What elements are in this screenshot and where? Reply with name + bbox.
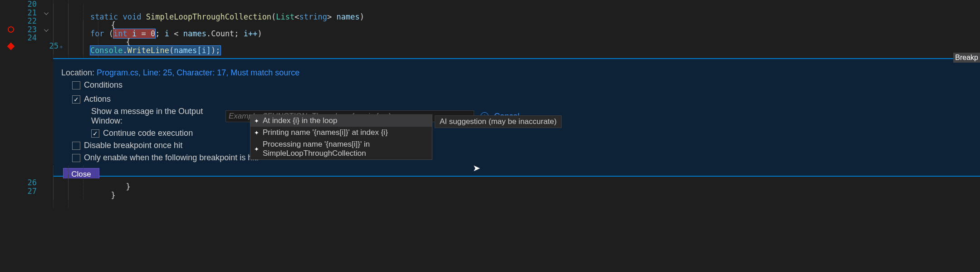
suggestion-item[interactable]: ✦ Processing name '{names[i]}' in Simple… bbox=[250, 138, 432, 159]
suggestion-item[interactable]: ✦ Printing name '{names[i]}' at index {i… bbox=[250, 127, 432, 138]
line-number: 26 bbox=[21, 178, 39, 187]
conditions-row[interactable]: Conditions bbox=[72, 80, 980, 90]
continue-label: Continue code execution bbox=[103, 129, 193, 138]
actions-row[interactable]: Actions bbox=[72, 94, 980, 104]
breakpoint-hollow-icon[interactable] bbox=[8, 26, 14, 33]
gutter[interactable] bbox=[0, 44, 21, 49]
disable-once-checkbox[interactable] bbox=[72, 142, 80, 150]
continue-row[interactable]: Continue code execution bbox=[91, 129, 980, 138]
suggestion-text: Printing name '{names[i]}' at index {i} bbox=[263, 128, 388, 137]
output-message-label: Show a message in the Output Window: bbox=[61, 107, 225, 126]
ai-suggestion-badge: AI suggestion (may be inaccurate) bbox=[435, 115, 562, 128]
suggestion-item[interactable]: ✦ At index {i} in the loop bbox=[250, 115, 432, 127]
breakpoint-settings-panel: Location: Program.cs, Line: 25, Characte… bbox=[53, 58, 980, 177]
only-enable-label: Only enable when the following breakpoin… bbox=[84, 153, 259, 163]
line-number: 25✧ bbox=[21, 33, 39, 59]
line-number: 21 bbox=[21, 9, 39, 17]
conditions-label: Conditions bbox=[84, 80, 122, 90]
location-label: Location: bbox=[61, 68, 97, 77]
actions-label: Actions bbox=[84, 94, 111, 104]
sparkle-icon: ✦ bbox=[254, 129, 259, 136]
continue-checkbox[interactable] bbox=[91, 129, 99, 138]
suggestion-dropdown: ✦ At index {i} in the loop ✦ Printing na… bbox=[250, 114, 432, 160]
location-value[interactable]: Program.cs, Line: 25, Character: 17, Mus… bbox=[97, 68, 299, 77]
fold-toggle[interactable] bbox=[39, 10, 53, 15]
disable-once-label: Disable breakpoint once hit bbox=[84, 141, 182, 150]
suggestion-text: At index {i} in the loop bbox=[263, 116, 337, 125]
sparkle-icon: ✦ bbox=[254, 146, 259, 153]
actions-checkbox[interactable] bbox=[72, 95, 80, 104]
line-number: 20 bbox=[21, 0, 39, 9]
gutter[interactable] bbox=[0, 26, 21, 33]
code-editor-continuation[interactable]: 26 } 27 } bbox=[0, 178, 980, 195]
fold-toggle[interactable] bbox=[39, 27, 53, 32]
selected-expression[interactable]: Console.WriteLine(names[i]); bbox=[90, 46, 220, 55]
sparkle-icon: ✦ bbox=[254, 118, 259, 124]
line-number: 23 bbox=[21, 25, 39, 34]
line-number: 27 bbox=[21, 187, 39, 196]
only-enable-checkbox[interactable] bbox=[72, 154, 80, 162]
tracepoint-diamond-icon[interactable] bbox=[7, 42, 15, 50]
location-line: Location: Program.cs, Line: 25, Characte… bbox=[61, 68, 980, 78]
disable-once-row[interactable]: Disable breakpoint once hit bbox=[72, 141, 980, 150]
conditions-checkbox[interactable] bbox=[72, 81, 80, 89]
code-editor[interactable]: 20 21 static void SimpleLoopThroughColle… bbox=[0, 0, 980, 50]
code-line[interactable]: 27 } bbox=[0, 187, 980, 196]
code-line[interactable]: 25✧ Console.WriteLine(names[i]); bbox=[0, 42, 980, 51]
suggestion-text: Processing name '{names[i]}' in SimpleLo… bbox=[263, 140, 428, 158]
breakpoint-tooltip: Breakp bbox=[953, 53, 980, 63]
only-enable-row[interactable]: Only enable when the following breakpoin… bbox=[72, 153, 980, 163]
line-number: 22 bbox=[21, 17, 39, 25]
